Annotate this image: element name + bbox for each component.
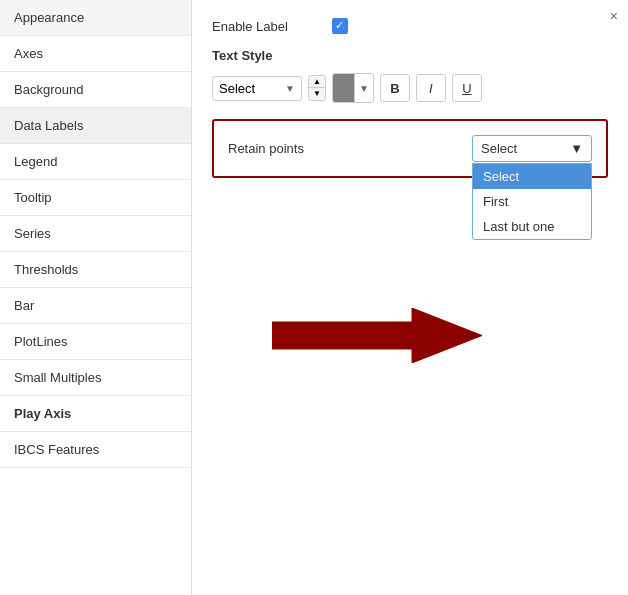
sidebar-item-legend[interactable]: Legend	[0, 144, 191, 180]
retain-points-trigger[interactable]: Select ▼	[472, 135, 592, 162]
font-select-label: Select	[219, 81, 255, 96]
content-area: Enable Label Text Style Select ▼ ▲ ▼ ▼ B	[192, 0, 628, 595]
main-window: × AppearanceAxesBackgroundData LabelsLeg…	[0, 0, 628, 595]
font-color-picker[interactable]: ▼	[332, 73, 374, 103]
text-style-heading: Text Style	[212, 48, 608, 63]
retain-points-row: Retain points Select ▼ SelectFirstLast b…	[228, 135, 592, 162]
sidebar-item-series[interactable]: Series	[0, 216, 191, 252]
sidebar-item-data-labels[interactable]: Data Labels	[0, 108, 191, 144]
main-layout: AppearanceAxesBackgroundData LabelsLegen…	[0, 0, 628, 595]
sidebar-item-play-axis[interactable]: Play Axis	[0, 396, 191, 432]
dropdown-trigger-label: Select	[481, 141, 517, 156]
color-chevron-icon: ▼	[355, 83, 373, 94]
text-style-controls: Select ▼ ▲ ▼ ▼ B I U	[212, 73, 608, 103]
sidebar-item-small-multiples[interactable]: Small Multiples	[0, 360, 191, 396]
underline-button[interactable]: U	[452, 74, 482, 102]
font-select[interactable]: Select ▼	[212, 76, 302, 101]
dropdown-option-last-but-one[interactable]: Last but one	[473, 214, 591, 239]
font-select-chevron: ▼	[285, 83, 295, 94]
svg-marker-0	[272, 308, 482, 363]
font-size-up[interactable]: ▲	[309, 76, 325, 88]
bold-button[interactable]: B	[380, 74, 410, 102]
dropdown-option-select[interactable]: Select	[473, 164, 591, 189]
font-size-spinner: ▲ ▼	[308, 75, 326, 101]
retain-points-label: Retain points	[228, 135, 304, 156]
sidebar-item-axes[interactable]: Axes	[0, 36, 191, 72]
sidebar-item-plotlines[interactable]: PlotLines	[0, 324, 191, 360]
play-axis-arrow	[272, 308, 482, 363]
sidebar: AppearanceAxesBackgroundData LabelsLegen…	[0, 0, 192, 595]
sidebar-item-tooltip[interactable]: Tooltip	[0, 180, 191, 216]
font-size-down[interactable]: ▼	[309, 88, 325, 100]
enable-label-row: Enable Label	[212, 18, 608, 34]
color-swatch	[333, 74, 355, 102]
dropdown-option-first[interactable]: First	[473, 189, 591, 214]
close-button[interactable]: ×	[610, 8, 618, 24]
sidebar-item-background[interactable]: Background	[0, 72, 191, 108]
play-axis-arrow-container	[272, 308, 608, 363]
italic-button[interactable]: I	[416, 74, 446, 102]
enable-label-checkbox[interactable]	[332, 18, 348, 34]
dropdown-menu: SelectFirstLast but one	[472, 163, 592, 240]
sidebar-item-thresholds[interactable]: Thresholds	[0, 252, 191, 288]
sidebar-item-appearance[interactable]: Appearance	[0, 0, 191, 36]
retain-points-section: Retain points Select ▼ SelectFirstLast b…	[212, 119, 608, 178]
retain-points-dropdown-wrapper: Select ▼ SelectFirstLast but one	[472, 135, 592, 162]
sidebar-item-ibcs-features[interactable]: IBCS Features	[0, 432, 191, 468]
dropdown-trigger-chevron: ▼	[570, 141, 583, 156]
sidebar-item-bar[interactable]: Bar	[0, 288, 191, 324]
enable-label-text: Enable Label	[212, 19, 332, 34]
